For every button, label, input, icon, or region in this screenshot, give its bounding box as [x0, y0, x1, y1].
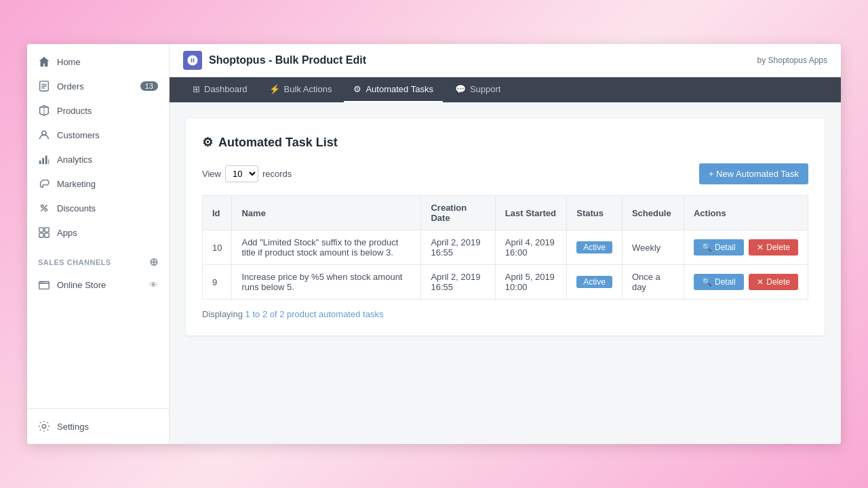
cell-status: Active [567, 265, 623, 300]
sales-channels-section: SALES CHANNELS ⊕ [27, 245, 169, 272]
col-actions: Actions [684, 196, 808, 230]
cell-id: 9 [203, 265, 232, 300]
app-title: Shoptopus - Bulk Product Edit [209, 54, 366, 66]
svg-point-12 [45, 209, 47, 211]
col-schedule: Schedule [622, 196, 684, 230]
status-badge: Active [576, 241, 612, 253]
nav-item-dashboard[interactable]: ⊞ Dashboard [183, 77, 257, 102]
search-icon: 🔍 [702, 277, 712, 287]
table-header: Id Name Creation Date Last Started Statu… [203, 196, 808, 230]
controls-row: View 10 25 50 records + New Automated Ta… [202, 163, 808, 184]
cell-name: Increase price by %5 when stock amount r… [232, 265, 421, 300]
svg-rect-17 [45, 233, 49, 237]
cell-id: 10 [203, 230, 232, 265]
records-label: records [262, 169, 292, 179]
orders-icon [38, 80, 50, 92]
heading-gear-icon: ⚙ [202, 135, 213, 150]
sidebar-bottom: Settings [27, 408, 169, 444]
svg-rect-9 [45, 156, 47, 165]
apps-icon [38, 226, 50, 239]
times-icon: ✕ [757, 243, 764, 252]
search-icon: 🔍 [702, 243, 712, 252]
sidebar: Home Orders 13 Produc [27, 44, 170, 444]
svg-rect-8 [42, 158, 44, 164]
sidebar-item-orders[interactable]: Orders 13 [27, 74, 169, 98]
svg-rect-7 [39, 161, 41, 164]
svg-rect-16 [39, 233, 43, 237]
top-bar: Shoptopus - Bulk Product Edit by Shoptop… [170, 44, 841, 77]
cell-name: Add "Limited Stock" suffix to the produc… [232, 230, 421, 265]
sidebar-item-label: Products [57, 106, 92, 116]
settings-icon [38, 420, 50, 432]
add-sales-channel-icon[interactable]: ⊕ [149, 256, 159, 268]
data-table: Id Name Creation Date Last Started Statu… [202, 195, 808, 300]
cell-actions: 🔍 Detail ✕ Delete [684, 265, 808, 300]
cell-last-started: April 5, 2019 10:00 [495, 265, 566, 300]
nav-item-bulk-actions[interactable]: ⚡ Bulk Actions [260, 77, 342, 102]
cell-actions: 🔍 Detail ✕ Delete [684, 230, 808, 265]
customers-icon [38, 129, 50, 141]
svg-point-21 [42, 424, 45, 428]
col-last-started: Last Started [495, 196, 566, 230]
eye-icon: 👁 [149, 280, 158, 290]
home-icon [38, 56, 50, 68]
sidebar-item-label: Apps [57, 228, 77, 238]
svg-rect-15 [45, 228, 49, 232]
delete-button[interactable]: ✕ Delete [749, 239, 798, 256]
svg-line-13 [41, 205, 47, 211]
col-creation-date: Creation Date [421, 196, 495, 230]
status-badge: Active [576, 276, 612, 288]
online-store-icon [38, 279, 50, 291]
delete-button[interactable]: ✕ Delete [749, 274, 798, 290]
svg-point-11 [41, 205, 44, 208]
sidebar-item-apps[interactable]: Apps [27, 220, 169, 245]
discounts-icon [38, 202, 50, 214]
main-content: Shoptopus - Bulk Product Edit by Shoptop… [170, 44, 841, 444]
col-name: Name [232, 196, 421, 230]
cell-schedule: Once a day [622, 265, 684, 300]
col-id: Id [203, 196, 232, 230]
times-icon: ✕ [757, 277, 764, 287]
col-status: Status [567, 196, 623, 230]
analytics-icon [38, 153, 50, 165]
svg-rect-14 [39, 228, 43, 232]
detail-button[interactable]: 🔍 Detail [694, 239, 744, 256]
sidebar-item-label: Marketing [57, 179, 96, 189]
svg-point-20 [43, 282, 44, 283]
display-info: Displaying 1 to 2 of 2 product automated… [202, 309, 808, 319]
nav-item-support[interactable]: 💬 Support [446, 77, 511, 102]
sidebar-item-products[interactable]: Products [27, 98, 169, 123]
records-per-page-select[interactable]: 10 25 50 [225, 165, 258, 182]
table-row: 10 Add "Limited Stock" suffix to the pro… [203, 230, 808, 265]
support-icon: 💬 [455, 84, 466, 94]
sidebar-item-label: Discounts [57, 203, 96, 214]
sidebar-item-home[interactable]: Home [27, 49, 169, 74]
table-body: 10 Add "Limited Stock" suffix to the pro… [203, 230, 808, 300]
bolt-icon: ⚡ [269, 84, 280, 94]
table-row: 9 Increase price by %5 when stock amount… [203, 265, 808, 300]
sidebar-item-analytics[interactable]: Analytics [27, 147, 169, 171]
sidebar-item-label: Settings [57, 422, 89, 432]
sidebar-item-discounts[interactable]: Discounts [27, 196, 169, 220]
cell-schedule: Weekly [622, 230, 684, 265]
cell-last-started: April 4, 2019 16:00 [495, 230, 566, 265]
detail-button[interactable]: 🔍 Detail [694, 274, 744, 290]
gear-nav-icon: ⚙ [353, 84, 361, 94]
products-icon [38, 104, 50, 117]
marketing-icon [38, 178, 50, 190]
cell-creation-date: April 2, 2019 16:55 [421, 265, 495, 300]
dashboard-icon: ⊞ [193, 84, 200, 94]
view-controls: View 10 25 50 records [202, 165, 292, 182]
cell-status: Active [567, 230, 623, 265]
nav-item-automated-tasks[interactable]: ⚙ Automated Tasks [344, 77, 442, 102]
sidebar-item-online-store[interactable]: Online Store 👁 [27, 272, 169, 297]
cell-creation-date: April 2, 2019 16:55 [421, 230, 495, 265]
sidebar-item-customers[interactable]: Customers [27, 123, 169, 147]
svg-point-19 [41, 282, 42, 283]
sidebar-item-marketing[interactable]: Marketing [27, 171, 169, 196]
new-automated-task-button[interactable]: + New Automated Task [699, 163, 808, 184]
sidebar-item-label: Analytics [57, 155, 92, 165]
sidebar-item-label: Home [57, 57, 81, 67]
sidebar-item-settings[interactable]: Settings [27, 414, 169, 439]
page-range-link[interactable]: 1 to 2 of 2 product automated tasks [245, 309, 384, 319]
